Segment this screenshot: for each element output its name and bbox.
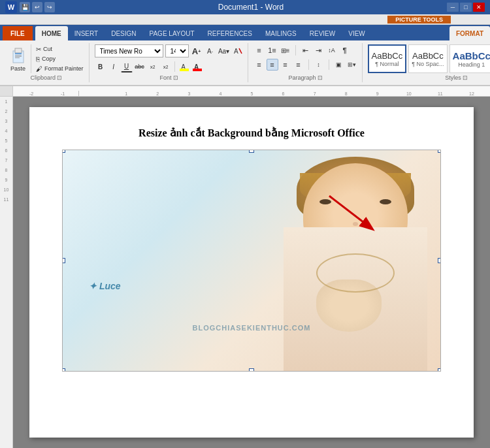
document-title: Resize ảnh cắt Background bằng Microsoft… bbox=[62, 127, 441, 139]
style-heading1-preview: AaBbCc bbox=[453, 50, 490, 61]
style-no-spacing[interactable]: AaBbCc ¶ No Spac... bbox=[408, 44, 447, 73]
format-painter-button[interactable]: 🖌 Format Painter bbox=[35, 65, 85, 73]
sort-button[interactable]: ↕A bbox=[326, 44, 338, 56]
paragraph-expand-icon[interactable]: ⊡ bbox=[318, 74, 323, 81]
borders-button[interactable]: ⊞▾ bbox=[346, 59, 358, 71]
numbering-button[interactable]: 1≡ bbox=[267, 44, 278, 56]
svg-rect-3 bbox=[15, 55, 22, 56]
word-icon: W bbox=[5, 1, 17, 13]
paragraph-row-1: ≡ 1≡ ⊞≡ ⇤ ⇥ ↕A ¶ bbox=[253, 44, 351, 56]
font-expand-icon[interactable]: ⊡ bbox=[173, 74, 178, 81]
horizontal-ruler: -2 -1 1 2 3 4 5 6 7 8 9 10 11 12 bbox=[13, 86, 490, 96]
change-case-button[interactable]: Aa▾ bbox=[218, 45, 230, 57]
document-area: 1234567891011 Resize ảnh cắt Background … bbox=[0, 97, 490, 448]
window-title: Document1 - Word bbox=[218, 3, 284, 12]
cut-label: Cut bbox=[43, 46, 52, 52]
show-formatting-button[interactable]: ¶ bbox=[339, 44, 351, 56]
tab-view[interactable]: VIEW bbox=[342, 26, 372, 40]
svg-rect-2 bbox=[15, 53, 22, 54]
multilevel-list-button[interactable]: ⊞≡ bbox=[280, 44, 291, 56]
tab-review[interactable]: REVIEW bbox=[303, 26, 342, 40]
paste-button[interactable]: Paste bbox=[8, 44, 31, 73]
tab-format[interactable]: FORMAT bbox=[449, 26, 490, 40]
justify-button[interactable]: ≡ bbox=[293, 59, 304, 71]
red-arrow bbox=[323, 189, 388, 243]
quick-access-toolbar: 💾 ↩ ↪ bbox=[20, 2, 55, 12]
tab-design[interactable]: DESIGN bbox=[105, 26, 142, 40]
decrease-indent-button[interactable]: ⇤ bbox=[300, 44, 312, 56]
close-button[interactable]: ✕ bbox=[473, 3, 485, 12]
handle-middle-left[interactable] bbox=[62, 258, 65, 263]
subscript-button[interactable]: x2 bbox=[147, 61, 159, 72]
style-normal-preview: AaBbCc bbox=[372, 51, 403, 61]
font-name-select[interactable]: Times New Ro bbox=[95, 44, 163, 57]
strikethrough-button[interactable]: abc bbox=[134, 61, 146, 72]
paragraph-row-2: ≡ ≡ ≡ ≡ ↕ ▣ ⊞▾ bbox=[253, 59, 358, 71]
handle-bottom-center[interactable] bbox=[249, 368, 254, 372]
copy-button[interactable]: ⎘ Copy bbox=[35, 55, 85, 63]
font-row-1: Times New Ro 14 A+ A- Aa▾ A bbox=[95, 44, 244, 57]
text-highlight-button[interactable]: A bbox=[178, 61, 189, 72]
style-normal-label: ¶ Normal bbox=[372, 61, 403, 67]
styles-label: Styles ⊡ bbox=[368, 74, 490, 81]
tab-insert[interactable]: INSERT bbox=[68, 26, 105, 40]
ribbon-tabs: FILE HOME INSERT DESIGN PAGE LAYOUT REFE… bbox=[0, 25, 490, 40]
title-bar: W 💾 ↩ ↪ Document1 - Word ─ □ ✕ bbox=[0, 0, 490, 14]
align-left-button[interactable]: ≡ bbox=[253, 59, 265, 71]
style-heading1-label: Heading 1 bbox=[453, 61, 490, 68]
handle-middle-right[interactable] bbox=[438, 258, 441, 263]
handle-top-left[interactable] bbox=[62, 150, 65, 153]
tab-file[interactable]: FILE bbox=[3, 26, 33, 40]
clear-formatting-button[interactable]: A bbox=[232, 45, 244, 57]
bold-button[interactable]: B bbox=[95, 61, 106, 72]
ruler-corner bbox=[0, 86, 13, 96]
paragraph-group: ≡ 1≡ ⊞≡ ⇤ ⇥ ↕A ¶ ≡ ≡ ≡ ≡ ↕ ▣ ⊞▾ bbox=[250, 43, 363, 82]
save-icon[interactable]: 💾 bbox=[20, 2, 30, 12]
increase-font-button[interactable]: A+ bbox=[191, 45, 203, 57]
svg-line-9 bbox=[329, 196, 372, 229]
style-normal[interactable]: AaBbCc ¶ Normal bbox=[368, 44, 407, 73]
title-bar-left: W 💾 ↩ ↪ bbox=[5, 1, 55, 13]
format-painter-icon: 🖌 bbox=[36, 65, 42, 72]
luce-logo: ✦ Luce bbox=[89, 281, 121, 291]
document-page: Resize ảnh cắt Background bằng Microsoft… bbox=[29, 107, 474, 438]
handle-top-center[interactable] bbox=[249, 150, 254, 153]
increase-indent-button[interactable]: ⇥ bbox=[313, 44, 325, 56]
tab-mailings[interactable]: MAILINGS bbox=[259, 26, 303, 40]
line-spacing-button[interactable]: ↕ bbox=[313, 59, 325, 71]
ribbon: Paste ✂ Cut ⎘ Copy 🖌 Format Painter Clip… bbox=[0, 40, 490, 86]
style-heading1[interactable]: AaBbCc Heading 1 bbox=[449, 44, 490, 73]
align-right-button[interactable]: ≡ bbox=[280, 59, 291, 71]
italic-button[interactable]: I bbox=[108, 61, 120, 72]
handle-bottom-right[interactable] bbox=[438, 368, 441, 372]
handle-bottom-left[interactable] bbox=[62, 368, 65, 372]
ruler-container: -2 -1 1 2 3 4 5 6 7 8 9 10 11 12 bbox=[0, 86, 490, 97]
clipboard-label: Clipboard ⊡ bbox=[8, 74, 85, 81]
styles-expand-icon[interactable]: ⊡ bbox=[463, 74, 468, 81]
page-container: Resize ảnh cắt Background bằng Microsoft… bbox=[13, 97, 490, 448]
font-content: Times New Ro 14 A+ A- Aa▾ A B I U bbox=[95, 44, 244, 73]
image-container[interactable]: ✦ Luce BLOGCHIASEKIENTHUC.COM bbox=[62, 150, 441, 372]
window-controls: ─ □ ✕ bbox=[447, 3, 485, 12]
superscript-button[interactable]: x2 bbox=[160, 61, 172, 72]
tab-page-layout[interactable]: PAGE LAYOUT bbox=[143, 26, 201, 40]
paragraph-label: Paragraph ⊡ bbox=[253, 74, 358, 81]
shading-button[interactable]: ▣ bbox=[333, 59, 345, 71]
clipboard-content: Paste ✂ Cut ⎘ Copy 🖌 Format Painter bbox=[8, 44, 85, 73]
handle-top-right[interactable] bbox=[438, 150, 441, 153]
clipboard-expand-icon[interactable]: ⊡ bbox=[57, 74, 62, 81]
bullets-button[interactable]: ≡ bbox=[253, 44, 265, 56]
maximize-button[interactable]: □ bbox=[460, 3, 472, 12]
minimize-button[interactable]: ─ bbox=[447, 3, 459, 12]
underline-button[interactable]: U bbox=[121, 61, 133, 72]
align-center-button[interactable]: ≡ bbox=[267, 59, 278, 71]
tab-references[interactable]: REFERENCES bbox=[201, 26, 259, 40]
cut-button[interactable]: ✂ Cut bbox=[35, 45, 85, 54]
redo-icon[interactable]: ↪ bbox=[44, 2, 55, 12]
tab-home[interactable]: HOME bbox=[35, 26, 68, 40]
decrease-font-button[interactable]: A- bbox=[204, 45, 216, 57]
copy-label: Copy bbox=[42, 56, 56, 62]
undo-icon[interactable]: ↩ bbox=[32, 2, 42, 12]
font-color-button[interactable]: A bbox=[191, 61, 203, 72]
font-size-select[interactable]: 14 bbox=[165, 44, 189, 57]
